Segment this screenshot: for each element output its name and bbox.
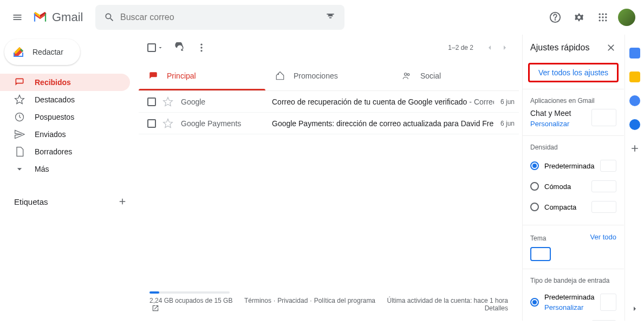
svg-point-8: [599, 20, 601, 21]
email-subject: Correo de recuperación de tu cuenta de G…: [272, 98, 494, 106]
show-side-panel-icon[interactable]: [630, 304, 639, 313]
density-title: Densidad: [530, 144, 616, 151]
email-row[interactable]: Google Payments Google Payments: direcci…: [139, 113, 519, 134]
email-sender: Google: [181, 98, 272, 106]
sidebar-item-label: Enviados: [35, 130, 66, 139]
account-avatar[interactable]: [618, 9, 635, 26]
apps-grid-icon[interactable]: [592, 6, 614, 28]
svg-point-1: [555, 20, 556, 20]
sidebar-item-label: Recibidos: [35, 78, 71, 87]
svg-point-9: [602, 20, 603, 21]
close-icon[interactable]: [606, 42, 616, 53]
next-page-button[interactable]: [499, 42, 510, 53]
svg-point-17: [407, 73, 409, 75]
email-date: 6 jun: [494, 120, 515, 127]
sidebar-item-inbox[interactable]: Recibidos: [0, 74, 130, 91]
inbox-important-first[interactable]: Importantes primero: [530, 316, 616, 321]
density-preview: [591, 180, 616, 192]
theme-thumbnail[interactable]: [530, 247, 551, 261]
tab-primary[interactable]: Principal: [139, 61, 265, 90]
privacy-link[interactable]: Privacidad: [277, 297, 308, 312]
more-icon[interactable]: [196, 42, 207, 53]
view-all-themes-link[interactable]: Ver todo: [590, 233, 616, 241]
gmail-logo[interactable]: Gmail: [30, 10, 90, 24]
settings-title: Ajustes rápidos: [530, 43, 589, 53]
keep-icon[interactable]: [629, 72, 640, 82]
customize-inbox-link[interactable]: Personalizar: [544, 303, 595, 311]
storage-text: 2,24 GB ocupados de 15 GB: [149, 297, 232, 304]
svg-point-2: [599, 14, 601, 15]
add-addon-icon[interactable]: [629, 143, 640, 154]
labels-heading: Etiquetas: [14, 197, 48, 206]
compose-label: Redactar: [32, 48, 63, 56]
svg-point-13: [200, 47, 202, 48]
search-icon[interactable]: [99, 6, 120, 28]
sidebar-item-drafts[interactable]: Borradores: [0, 143, 130, 160]
support-icon[interactable]: [544, 6, 566, 28]
prev-page-button[interactable]: [484, 42, 495, 53]
add-label-button[interactable]: [116, 195, 129, 208]
customize-chat-link[interactable]: Personalizar: [530, 120, 571, 128]
search-input[interactable]: [120, 12, 320, 22]
inbox-type-title: Tipo de bandeja de entrada: [530, 277, 616, 284]
chat-meet-label: Chat y Meet: [530, 109, 571, 118]
radio-icon: [530, 161, 539, 170]
email-checkbox[interactable]: [147, 98, 156, 106]
tab-label: Promociones: [294, 72, 338, 80]
contacts-icon[interactable]: [629, 119, 640, 130]
tasks-icon[interactable]: [629, 95, 640, 106]
tab-label: Principal: [167, 72, 196, 80]
email-date: 6 jun: [494, 98, 515, 106]
email-row[interactable]: Google Correo de recuperación de tu cuen…: [139, 91, 519, 113]
theme-title: Tema: [530, 235, 546, 242]
program-link[interactable]: Política del programa: [314, 297, 375, 312]
popout-icon[interactable]: [152, 304, 159, 312]
sidebar-item-sent[interactable]: Enviados: [0, 126, 130, 143]
main-menu-button[interactable]: [4, 4, 30, 30]
email-subject: Google Payments: dirección de correo act…: [272, 119, 494, 128]
activity-text: Última actividad de la cuenta: hace 1 ho…: [387, 297, 508, 304]
details-link[interactable]: Detalles: [387, 304, 508, 312]
svg-point-6: [602, 16, 603, 18]
svg-point-16: [405, 73, 407, 75]
apps-section-title: Aplicaciones en Gmail: [530, 97, 616, 105]
sidebar-item-label: Más: [35, 165, 49, 173]
density-preview: [591, 201, 616, 213]
radio-icon: [530, 203, 539, 211]
email-checkbox[interactable]: [147, 119, 156, 128]
svg-point-10: [605, 20, 607, 21]
tab-social[interactable]: Social: [392, 61, 519, 90]
terms-link[interactable]: Términos: [244, 297, 271, 312]
star-icon[interactable]: [162, 96, 173, 107]
storage-bar: [149, 291, 230, 294]
chat-preview: [591, 109, 616, 126]
sidebar-item-starred[interactable]: Destacados: [0, 91, 130, 108]
all-settings-button[interactable]: Ver todos los ajustes: [528, 63, 619, 82]
gmail-text: Gmail: [52, 10, 83, 24]
svg-point-5: [599, 16, 601, 18]
tab-label: Social: [420, 72, 441, 80]
search-bar[interactable]: [95, 5, 344, 30]
svg-point-12: [200, 44, 202, 46]
search-options-icon[interactable]: [320, 6, 341, 28]
compose-button[interactable]: Redactar: [4, 39, 80, 65]
calendar-icon[interactable]: [629, 48, 640, 58]
svg-point-14: [200, 50, 202, 51]
density-default[interactable]: Predeterminada: [530, 155, 616, 176]
tab-promotions[interactable]: Promociones: [265, 61, 392, 90]
star-icon[interactable]: [162, 118, 173, 129]
inbox-default[interactable]: Predeterminada Personalizar: [530, 289, 616, 316]
density-comfortable[interactable]: Cómoda: [530, 176, 616, 197]
svg-point-3: [602, 14, 603, 15]
density-compact[interactable]: Compacta: [530, 197, 616, 217]
sidebar-item-label: Pospuestos: [35, 113, 74, 121]
select-all-checkbox[interactable]: [147, 43, 164, 52]
sidebar-item-snoozed[interactable]: Pospuestos: [0, 108, 130, 126]
sidebar-item-more[interactable]: Más: [0, 160, 130, 178]
refresh-icon[interactable]: [174, 42, 185, 53]
gear-icon[interactable]: [568, 6, 590, 28]
email-sender: Google Payments: [181, 119, 272, 128]
page-info: 1–2 de 2: [448, 44, 473, 51]
svg-point-15: [278, 73, 279, 74]
inbox-preview: [600, 294, 617, 311]
